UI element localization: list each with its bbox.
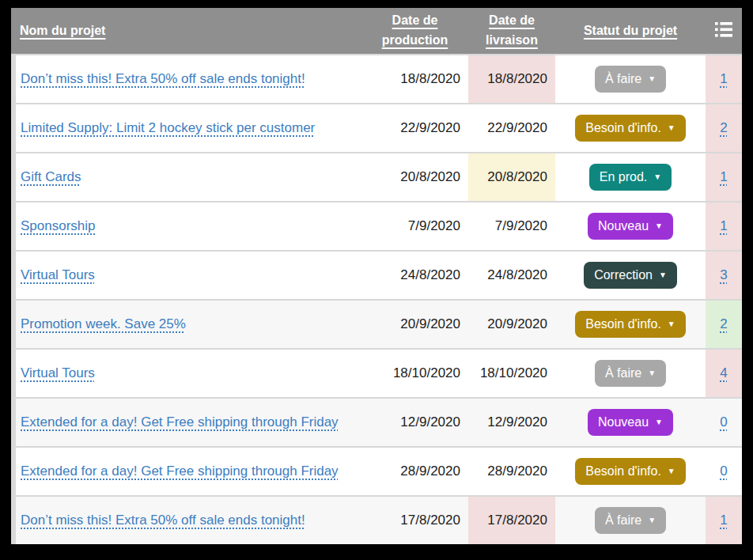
status-cell: À faire ▼ (555, 497, 706, 544)
chevron-down-icon: ▼ (655, 222, 663, 230)
delivery-date-cell: 24/8/2020 (468, 252, 555, 299)
column-header-label: production (361, 31, 468, 51)
status-label: À faire (605, 72, 641, 86)
status-dropdown[interactable]: En prod. ▼ (589, 164, 672, 191)
column-header-label: Date de (361, 11, 468, 31)
count-cell: 0 (706, 399, 742, 446)
status-dropdown[interactable]: À faire ▼ (595, 507, 666, 534)
project-name-link[interactable]: Virtual Tours (21, 267, 95, 283)
count-cell: 1 (706, 55, 742, 103)
production-date-cell: 22/9/2020 (361, 104, 468, 152)
count-link[interactable]: 3 (720, 267, 727, 283)
status-cell: Besoin d'info. ▼ (555, 448, 706, 495)
status-dropdown[interactable]: Nouveau ▼ (588, 409, 673, 436)
table-header: Nom du projet Date de production Date de… (11, 8, 742, 54)
list-icon[interactable] (715, 22, 732, 40)
status-cell: En prod. ▼ (555, 153, 706, 201)
project-name-link[interactable]: Promotion week. Save 25% (21, 316, 186, 332)
delivery-date-cell: 12/9/2020 (468, 399, 555, 446)
count-cell: 2 (706, 104, 742, 152)
table-row: Virtual Tours 24/8/2020 24/8/2020 Correc… (16, 250, 742, 299)
chevron-down-icon: ▼ (668, 467, 675, 475)
status-label: Besoin d'info. (585, 121, 661, 135)
count-link[interactable]: 2 (720, 120, 727, 136)
project-name-cell: Promotion week. Save 25% (16, 301, 361, 348)
table-row: Extended for a day! Get Free shipping th… (16, 446, 742, 495)
column-header-date-de-production[interactable]: Date de production (361, 11, 468, 51)
status-cell: Besoin d'info. ▼ (555, 301, 706, 348)
production-date-cell: 20/9/2020 (361, 301, 468, 348)
column-header-date-de-livraison[interactable]: Date de livraison (468, 11, 555, 51)
status-dropdown[interactable]: Nouveau ▼ (588, 213, 673, 240)
status-cell: Nouveau ▼ (555, 399, 706, 446)
chevron-down-icon: ▼ (648, 369, 656, 377)
chevron-down-icon: ▼ (668, 320, 675, 328)
status-label: En prod. (600, 170, 647, 184)
status-dropdown[interactable]: Besoin d'info. ▼ (575, 311, 685, 338)
production-date-cell: 7/9/2020 (361, 202, 468, 250)
project-name-cell: Don’t miss this! Extra 50% off sale ends… (16, 55, 361, 103)
status-dropdown[interactable]: À faire ▼ (595, 360, 666, 387)
status-cell: À faire ▼ (555, 55, 706, 103)
production-date-cell: 12/9/2020 (361, 399, 468, 446)
column-header-label: Date de (468, 11, 555, 31)
status-dropdown[interactable]: Correction ▼ (584, 262, 677, 289)
status-cell: Besoin d'info. ▼ (555, 104, 706, 152)
production-date-cell: 18/8/2020 (361, 55, 468, 103)
chevron-down-icon: ▼ (659, 271, 667, 279)
status-label: À faire (605, 513, 641, 528)
count-cell: 4 (706, 350, 742, 397)
count-link[interactable]: 4 (720, 365, 727, 381)
status-label: Besoin d'info. (585, 464, 661, 479)
delivery-date-cell: 20/9/2020 (468, 301, 555, 348)
project-name-link[interactable]: Extended for a day! Get Free shipping th… (21, 464, 339, 479)
chevron-down-icon: ▼ (648, 516, 656, 524)
status-dropdown[interactable]: Besoin d'info. ▼ (575, 115, 685, 142)
status-dropdown[interactable]: Besoin d'info. ▼ (575, 458, 685, 485)
table-row: Gift Cards 20/8/2020 20/8/2020 En prod. … (16, 152, 742, 201)
table-row: Promotion week. Save 25% 20/9/2020 20/9/… (16, 299, 742, 348)
chevron-down-icon: ▼ (668, 124, 675, 132)
count-cell: 3 (706, 252, 742, 299)
delivery-date-cell: 18/8/2020 (468, 55, 555, 103)
production-date-cell: 24/8/2020 (361, 252, 468, 299)
column-header-statut-du-projet[interactable]: Statut du projet (555, 21, 706, 41)
project-name-link[interactable]: Don’t miss this! Extra 50% off sale ends… (21, 71, 305, 87)
column-header-label: livraison (468, 31, 555, 51)
count-link[interactable]: 2 (720, 316, 727, 332)
table-row: Extended for a day! Get Free shipping th… (16, 397, 742, 446)
column-header-count[interactable] (706, 22, 742, 40)
table-row: Don’t miss this! Extra 50% off sale ends… (16, 495, 742, 544)
count-link[interactable]: 1 (720, 71, 727, 87)
project-name-link[interactable]: Sponsorship (21, 218, 96, 234)
production-date-cell: 17/8/2020 (361, 497, 468, 544)
project-name-link[interactable]: Virtual Tours (21, 365, 95, 381)
count-link[interactable]: 0 (720, 464, 727, 479)
table-row: Sponsorship 7/9/2020 7/9/2020 Nouveau ▼ … (16, 201, 742, 250)
chevron-down-icon: ▼ (655, 418, 663, 426)
count-cell: 0 (706, 448, 742, 495)
status-label: Besoin d'info. (585, 317, 661, 331)
project-name-cell: Virtual Tours (16, 350, 361, 397)
status-cell: À faire ▼ (555, 350, 706, 397)
table-row: Don’t miss this! Extra 50% off sale ends… (16, 54, 742, 103)
count-link[interactable]: 1 (720, 169, 727, 185)
project-name-cell: Extended for a day! Get Free shipping th… (16, 448, 361, 495)
table-row: Limited Supply: Limit 2 hockey stick per… (16, 103, 742, 152)
table-body: Don’t miss this! Extra 50% off sale ends… (11, 54, 742, 544)
column-header-label: Statut du projet (584, 21, 677, 41)
project-name-link[interactable]: Extended for a day! Get Free shipping th… (21, 414, 339, 430)
column-header-label: Nom du projet (20, 21, 105, 41)
project-name-link[interactable]: Limited Supply: Limit 2 hockey stick per… (21, 120, 315, 136)
count-link[interactable]: 1 (720, 513, 727, 528)
status-dropdown[interactable]: À faire ▼ (595, 66, 666, 93)
count-link[interactable]: 1 (720, 218, 727, 234)
column-header-nom-du-projet[interactable]: Nom du projet (11, 21, 361, 41)
project-name-link[interactable]: Gift Cards (21, 169, 81, 185)
delivery-date-cell: 17/8/2020 (468, 497, 555, 544)
count-cell: 1 (706, 202, 742, 250)
project-name-link[interactable]: Don’t miss this! Extra 50% off sale ends… (21, 513, 305, 528)
project-name-cell: Extended for a day! Get Free shipping th… (16, 399, 361, 446)
count-link[interactable]: 0 (720, 414, 727, 430)
status-cell: Correction ▼ (555, 252, 706, 299)
